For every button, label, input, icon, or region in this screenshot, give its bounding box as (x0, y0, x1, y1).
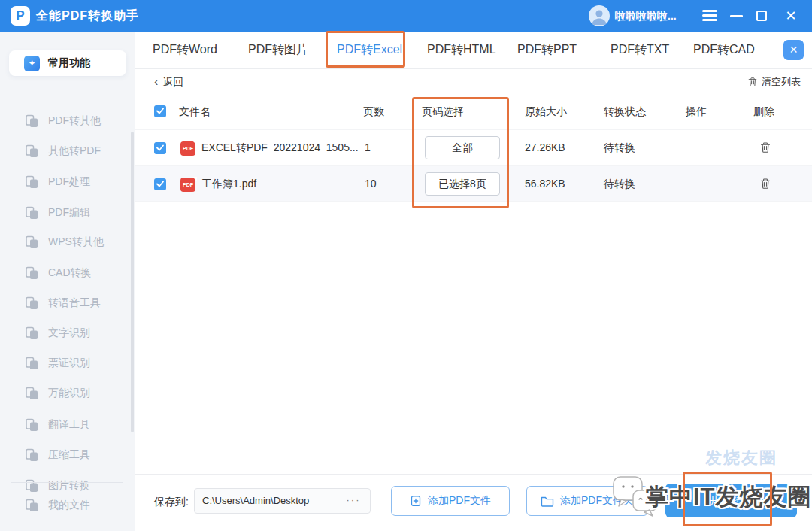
other-to-pdf-icon (25, 144, 39, 159)
save-path-value: C:\Users\Admin\Desktop (202, 495, 309, 506)
sidebar-item-translate[interactable]: 翻译工具 (0, 416, 135, 434)
sidebar-item-cad-convert[interactable]: CAD转换 (0, 264, 135, 282)
sidebar-item-common-functions[interactable]: ✦ 常用功能 (9, 50, 126, 76)
clear-list-label: 清空列表 (762, 75, 801, 89)
tab-pdf-to-html[interactable]: PDF转HTML (427, 32, 496, 69)
sidebar-item-label: CAD转换 (48, 266, 92, 280)
tab-pdf-to-ppt[interactable]: PDF转PPT (517, 32, 577, 69)
pdf-to-other-icon (25, 114, 39, 129)
sidebar-item-pdf-edit[interactable]: PDF编辑 (0, 204, 135, 222)
invoice-ocr-icon (25, 357, 39, 371)
watermark-text: 掌中IT发烧友圈 (645, 481, 812, 513)
delete-file-button[interactable] (759, 178, 771, 192)
row-checkbox[interactable] (154, 178, 166, 190)
sidebar-item-label: 万能识别 (48, 387, 90, 400)
sidebar-item-wps-to-other[interactable]: WPS转其他 (0, 233, 135, 251)
sidebar-item-label: 文字识别 (48, 326, 90, 340)
column-header-filename: 文件名 (179, 105, 211, 119)
column-header-pages: 页数 (363, 105, 384, 119)
tab-pdf-to-word[interactable]: PDF转Word (153, 32, 217, 69)
translate-icon (25, 418, 39, 432)
my-files-icon (25, 499, 39, 513)
sidebar-item-compress[interactable]: 压缩工具 (0, 446, 135, 464)
title-bar: P 全能PDF转换助手 啦啦啦啦啦... ✕ (0, 0, 812, 32)
back-label: 返回 (162, 76, 183, 88)
pdf-file-icon: PDF (180, 141, 196, 156)
sidebar-item-other-to-pdf[interactable]: 其他转PDF (0, 142, 135, 160)
add-pdf-file-label: 添加PDF文件 (428, 494, 491, 508)
save-to-label: 保存到: (154, 496, 189, 509)
sidebar-item-text-ocr[interactable]: 文字识别 (0, 324, 135, 342)
sidebar-scrollbar[interactable] (131, 132, 134, 432)
sidebar-item-label: PDF编辑 (48, 206, 90, 220)
compress-icon (25, 448, 39, 463)
menu-icon[interactable] (702, 10, 717, 22)
page-select-button[interactable]: 已选择8页 (425, 172, 500, 196)
trash-icon (759, 178, 771, 190)
tab-close-button[interactable]: ✕ (783, 40, 804, 60)
table-row: PDF EXCEL转PDF_20221024_1505... 1 全部 27.2… (135, 129, 812, 165)
sidebar-divider (11, 482, 123, 483)
chevron-left-icon: ‹ (154, 75, 158, 88)
tab-bar: PDF转Word PDF转图片 PDF转Excel PDF转HTML PDF转P… (135, 32, 812, 69)
clear-list-button[interactable]: 清空列表 (747, 75, 801, 89)
universal-ocr-icon (25, 387, 39, 401)
sidebar-item-pdf-to-other[interactable]: PDF转其他 (0, 112, 135, 130)
tab-pdf-to-cad[interactable]: PDF转CAD (693, 32, 755, 69)
sidebar-item-image-convert[interactable]: 图片转换 (0, 477, 135, 495)
save-path-input[interactable]: C:\Users\Admin\Desktop ··· (194, 488, 371, 514)
tab-pdf-to-txt[interactable]: PDF转TXT (611, 32, 669, 69)
file-size: 27.26KB (525, 141, 565, 153)
check-icon (156, 108, 164, 114)
text-ocr-icon (25, 326, 39, 341)
sidebar-item-invoice-ocr[interactable]: 票证识别 (0, 354, 135, 372)
sidebar-item-to-speech[interactable]: 转语音工具 (0, 294, 135, 312)
check-icon (156, 144, 164, 151)
logo-letter: P (16, 8, 24, 23)
file-status: 待转换 (604, 141, 635, 155)
sidebar-item-label: 转语音工具 (48, 296, 101, 310)
sidebar-item-label: 压缩工具 (48, 448, 90, 462)
back-button[interactable]: ‹返回 (154, 75, 183, 90)
sidebar-item-universal-ocr[interactable]: 万能识别 (0, 384, 135, 402)
image-convert-icon (25, 479, 39, 493)
maximize-button[interactable] (756, 11, 767, 21)
trash-icon (759, 141, 771, 153)
username[interactable]: 啦啦啦啦啦... (615, 10, 677, 23)
sidebar-item-label: 常用功能 (48, 56, 90, 70)
pdf-file-icon: PDF (180, 177, 196, 193)
file-name: EXCEL转PDF_20221024_1505... (201, 141, 359, 155)
folder-icon (541, 496, 554, 507)
tab-pdf-to-excel[interactable]: PDF转Excel (337, 32, 402, 69)
row-checkbox[interactable] (154, 142, 166, 154)
app-title: 全能PDF转换助手 (36, 8, 139, 24)
check-icon (156, 181, 164, 187)
select-all-checkbox[interactable] (154, 105, 166, 117)
sidebar-item-my-files[interactable]: 我的文件 (0, 496, 135, 514)
file-pages: 1 (365, 141, 371, 153)
column-header-size: 原始大小 (525, 105, 567, 119)
browse-button[interactable]: ··· (343, 492, 364, 510)
file-pages: 10 (365, 178, 377, 190)
sidebar-item-label: PDF转其他 (48, 114, 101, 128)
delete-file-button[interactable] (759, 141, 771, 156)
tab-pdf-to-image[interactable]: PDF转图片 (248, 32, 308, 69)
file-status: 待转换 (604, 178, 635, 191)
sidebar-item-label: 翻译工具 (48, 418, 90, 432)
column-header-action: 操作 (686, 105, 707, 119)
sidebar: ✦ 常用功能 PDF转其他 其他转PDF PDF处理 PDF编辑 WPS转其他 … (0, 32, 135, 531)
minimize-button[interactable] (730, 15, 743, 17)
sidebar-item-label: PDF处理 (48, 175, 90, 189)
add-pdf-file-button[interactable]: 添加PDF文件 (391, 486, 510, 516)
close-button[interactable]: ✕ (782, 7, 800, 25)
avatar[interactable] (589, 5, 610, 26)
page-select-button[interactable]: 全部 (425, 136, 500, 159)
file-name: 工作簿1.pdf (201, 178, 256, 191)
pdf-edit-icon (25, 206, 39, 220)
column-header-page-select: 页码选择 (422, 105, 464, 119)
table-header: 文件名 页数 页码选择 原始大小 转换状态 操作 删除 (135, 98, 812, 126)
pdf-process-icon (25, 175, 39, 190)
file-size: 56.82KB (525, 178, 565, 190)
trash-icon (747, 77, 758, 87)
sidebar-item-pdf-process[interactable]: PDF处理 (0, 173, 135, 191)
